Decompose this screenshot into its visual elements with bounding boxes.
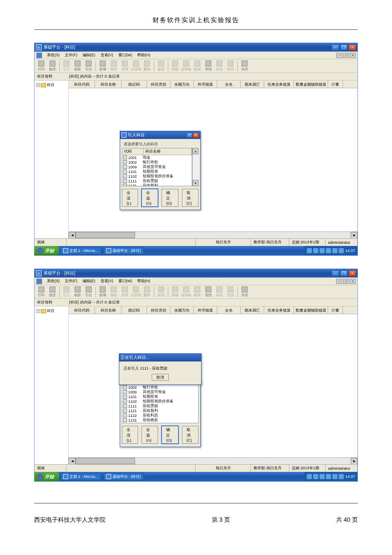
dlg-col-name[interactable]: 科目名称	[144, 148, 192, 155]
btn-cancel[interactable]: 取消(C)	[182, 189, 199, 207]
btn-select-all[interactable]: 全选(A)	[141, 426, 158, 444]
vscroll-up-icon[interactable]: ▲	[193, 148, 199, 154]
tb-import[interactable]: 引入	[61, 286, 72, 298]
col-category[interactable]: 科目类别	[147, 81, 170, 88]
tray-icon-2[interactable]	[313, 474, 318, 479]
col-mnemonic[interactable]: 助记码	[121, 306, 147, 314]
tb-export[interactable]: 引出	[84, 60, 94, 72]
col-balance[interactable]: 余额方向	[170, 81, 194, 88]
tray-icon-1[interactable]	[307, 248, 312, 253]
checkbox-icon[interactable]: ✓	[123, 156, 127, 159]
vscroll-down-icon[interactable]: ▼	[193, 180, 199, 186]
col-qty[interactable]: 数量金额辅助核算	[294, 306, 328, 314]
hscroll-thumb[interactable]	[75, 458, 135, 464]
task-app[interactable]: 基础平台 - [科目]	[103, 247, 144, 254]
tray-icon-4[interactable]	[326, 248, 331, 253]
checkbox-icon[interactable]: ✓	[123, 399, 127, 403]
col-mnemonic[interactable]: 助记码	[121, 81, 147, 88]
tree-expand-icon[interactable]: +	[36, 83, 40, 87]
tray-icon-5[interactable]	[332, 248, 337, 253]
col-ap[interactable]: 往来业务核算	[264, 81, 294, 88]
col-name[interactable]: 科目名称	[95, 81, 121, 88]
dialog-list[interactable]: 代码 科目名称 ✓1001现金✓1002银行存款✓1009其他货币资金✓1101…	[122, 148, 192, 186]
checkbox-icon[interactable]: ✓	[123, 160, 127, 164]
col-unit[interactable]: 计量	[328, 306, 343, 314]
dlg-col-code[interactable]: 代码	[122, 148, 144, 155]
vscroll-track[interactable]	[193, 154, 199, 180]
list-item[interactable]: ✓1102短期投资跌价准备	[122, 399, 198, 404]
dlg-vscroll[interactable]: ▲ ▼	[192, 148, 199, 186]
tb-close[interactable]: 关闭	[239, 286, 250, 298]
tb-print[interactable]: 打印	[36, 286, 46, 298]
menu-edit[interactable]: 编辑(E)	[81, 278, 98, 284]
tb-new[interactable]: 新增	[98, 60, 108, 72]
start-button[interactable]: 开始	[35, 246, 59, 255]
tree-root-item[interactable]: + 科目	[36, 308, 66, 314]
col-name[interactable]: 科目名称	[95, 306, 121, 314]
col-code[interactable]: 科目代码	[69, 81, 95, 88]
hscroll-left-icon[interactable]: ◀	[69, 232, 75, 238]
col-code[interactable]: 科目代码	[69, 306, 95, 314]
btn-clear-all[interactable]: 全清(L)	[122, 426, 138, 444]
btn-ok[interactable]: 确定(O)	[161, 189, 179, 207]
list-item[interactable]: ✓1111应收票据	[122, 404, 198, 408]
menu-help[interactable]: 帮助(H)	[135, 278, 153, 284]
mdi-close-button[interactable]: ×	[350, 279, 356, 284]
task-word[interactable]: 文档 1 - Micros...	[60, 473, 101, 480]
tb-preview[interactable]: 预览	[47, 286, 58, 298]
mdi-close-button[interactable]: ×	[350, 53, 356, 58]
checkbox-icon[interactable]: ✓	[123, 170, 127, 173]
btn-select-all[interactable]: 全选(A)	[141, 189, 158, 207]
checkbox-icon[interactable]: ✓	[123, 404, 127, 408]
col-category[interactable]: 科目类别	[147, 306, 170, 314]
restore-button[interactable]: ❐	[340, 270, 348, 277]
task-word[interactable]: 文档 1 - Micros...	[60, 247, 101, 254]
checkbox-icon[interactable]: ✓	[123, 395, 127, 399]
minimize-button[interactable]: −	[331, 270, 339, 277]
hscroll-thumb[interactable]	[75, 232, 135, 238]
menu-view[interactable]: 查看(V)	[98, 52, 115, 58]
start-button[interactable]: 开始	[35, 472, 59, 481]
menu-system[interactable]: 系统(S)	[45, 278, 62, 284]
list-item[interactable]: ✓1121应收股利	[122, 183, 192, 186]
tb-close[interactable]: 关闭	[239, 60, 250, 72]
col-foreign[interactable]: 外币核算	[194, 306, 217, 314]
tray-icon-6[interactable]	[339, 248, 344, 253]
mdi-min-button[interactable]: −	[336, 279, 342, 284]
progress-cancel-button[interactable]: 取消	[152, 374, 169, 381]
list-item[interactable]: ✓1009其他货币资金	[122, 390, 198, 394]
tb-refresh[interactable]: 刷新	[72, 60, 83, 72]
tray-icon-3[interactable]	[320, 248, 325, 253]
menu-edit[interactable]: 编辑(E)	[81, 52, 98, 58]
col-adjust[interactable]: 期末调汇	[241, 81, 264, 88]
hscroll-track[interactable]	[75, 458, 351, 464]
tree-expand-icon[interactable]: +	[36, 309, 40, 313]
col-qty[interactable]: 数量金额辅助核算	[294, 81, 328, 88]
tb-refresh[interactable]: 刷新	[72, 286, 83, 298]
col-adjust[interactable]: 期末调汇	[241, 306, 264, 314]
checkbox-icon[interactable]: ✓	[123, 385, 127, 389]
col-unit[interactable]: 计量	[328, 81, 343, 88]
checkbox-icon[interactable]: ✓	[123, 413, 127, 417]
list-item[interactable]: ✓1122应收利息	[122, 413, 198, 418]
tb-print[interactable]: 打印	[36, 60, 46, 72]
hscrollbar[interactable]: ◀ ▶	[69, 231, 357, 238]
checkbox-icon[interactable]: ✓	[123, 409, 127, 413]
checkbox-icon[interactable]: ✓	[123, 179, 127, 183]
col-foreign[interactable]: 外币核算	[194, 81, 217, 88]
tray-icon-2[interactable]	[313, 248, 318, 253]
tray-icon-6[interactable]	[339, 474, 344, 479]
menu-view[interactable]: 查看(V)	[98, 278, 115, 284]
menu-file[interactable]: 文件(F)	[63, 52, 80, 58]
mdi-max-button[interactable]: □	[343, 53, 349, 58]
mdi-max-button[interactable]: □	[343, 279, 349, 284]
dialog-list[interactable]: ✓1001现金✓1002银行存款✓1009其他货币资金✓1101短期投资✓110…	[122, 380, 199, 423]
menu-system[interactable]: 系统(S)	[45, 52, 62, 58]
tb-export[interactable]: 引出	[84, 286, 94, 298]
col-balance[interactable]: 余额方向	[170, 306, 194, 314]
menu-window[interactable]: 窗口(W)	[116, 52, 135, 58]
hscroll-right-icon[interactable]: ▶	[351, 232, 357, 238]
hscroll-right-icon[interactable]: ▶	[351, 458, 357, 464]
menu-window[interactable]: 窗口(W)	[116, 278, 135, 284]
btn-clear-all[interactable]: 全清(L)	[122, 189, 138, 207]
